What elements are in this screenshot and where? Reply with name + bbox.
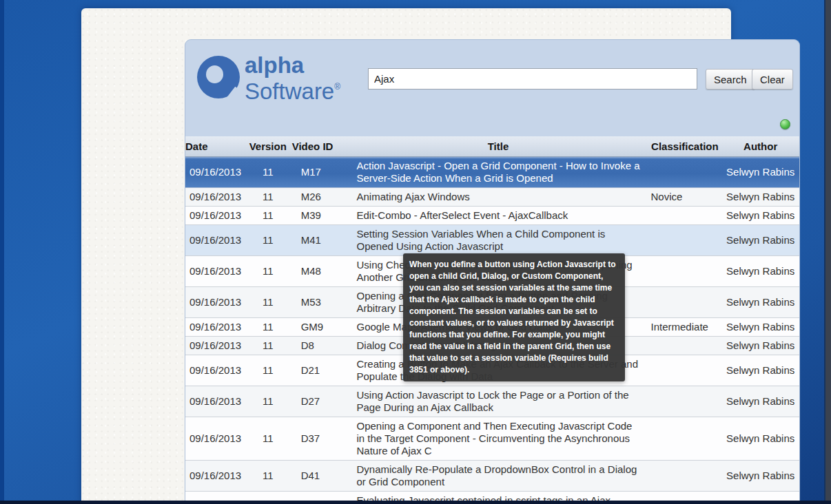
cell-video_id: M53 [292,293,354,311]
alpha-software-logo: alpha Software® [197,54,340,103]
table-row[interactable]: 09/16/201311D37Opening a Component and T… [185,417,799,461]
table-row[interactable]: 09/16/201311D41Dynamically Re-Populate a… [185,461,799,492]
cell-video_id: D37 [292,430,354,448]
logo-word-alpha: alpha [245,54,340,76]
table-row[interactable]: 09/16/201311D27Using Action Javascript t… [185,386,799,417]
cell-title: Setting Session Variables When a Child C… [353,225,648,255]
cell-version: 11 [244,188,292,206]
cell-author: Selwyn Rabins [721,361,799,379]
cell-classification [648,436,722,441]
cell-classification [648,269,722,274]
cell-author: Selwyn Rabins [721,207,799,224]
cell-classification [648,473,722,479]
cell-classification: Novice [648,188,722,206]
cell-author: Selwyn Rabins [721,467,799,485]
cell-classification: Intermediate [648,318,722,336]
cell-author: Selwyn Rabins [721,163,799,181]
cell-date: 09/16/2013 [185,231,244,249]
cell-version: 11 [244,392,292,410]
cell-title: Dynamically Re-Populate a DropdownBox Co… [353,461,648,491]
table-row[interactable]: 09/16/201311M17Action Javascript - Open … [185,157,799,188]
cell-classification [648,213,722,218]
table-row[interactable]: 09/16/201311M41Setting Session Variables… [185,225,799,256]
cell-classification [648,300,722,305]
cell-classification [648,169,722,175]
cell-author: Selwyn Rabins [721,337,799,355]
column-header-classification[interactable]: Classification [648,136,722,157]
cell-video_id: D8 [292,337,354,355]
cell-version: 11 [244,207,292,224]
table-header-row: DateVersionVideo IDTitleClassificationAu… [185,136,799,157]
cell-title: Action Javascript - Open a Grid Componen… [353,157,648,187]
cell-video_id: D27 [292,392,354,410]
cell-date: 09/16/2013 [185,163,244,181]
column-header-video_id[interactable]: Video ID [292,136,354,157]
cell-author: Selwyn Rabins [721,188,799,206]
column-header-date[interactable]: Date [185,136,244,157]
window-left-edge [0,0,4,504]
cell-classification [648,368,722,373]
registered-mark: ® [334,82,340,92]
cell-title: Edit-Combo - AfterSelect Event - AjaxCal… [353,207,648,224]
cell-title: Opening a Component and Then Executing J… [353,417,648,460]
cell-version: 11 [244,337,292,355]
cell-author: Selwyn Rabins [721,293,799,311]
cell-title: Animating Ajax Windows [353,188,648,206]
status-indicator-icon [780,119,790,129]
cell-date: 09/16/2013 [185,430,244,448]
tooltip: When you define a button using Action Ja… [403,253,625,381]
cell-date: 09/16/2013 [185,392,244,410]
app-header: alpha Software® Search Clear [185,40,799,136]
search-button[interactable]: Search [706,69,755,90]
cell-author: Selwyn Rabins [721,430,799,448]
cell-date: 09/16/2013 [185,337,244,355]
cell-version: 11 [244,361,292,379]
cell-version: 11 [244,430,292,448]
cell-version: 11 [244,467,292,485]
column-header-title[interactable]: Title [353,136,648,157]
cell-version: 11 [244,318,292,336]
cell-date: 09/16/2013 [185,293,244,311]
cell-video_id: D21 [292,361,354,379]
cell-date: 09/16/2013 [185,262,244,280]
cell-video_id: M48 [292,262,354,280]
clear-button[interactable]: Clear [752,69,793,90]
window-right-edge [824,0,831,504]
logo-word-software: Software® [245,76,340,103]
cell-video_id: M39 [292,207,354,224]
cell-date: 09/16/2013 [185,188,244,206]
column-header-version[interactable]: Version [244,136,292,157]
cell-video_id: M26 [292,188,354,206]
cell-author: Selwyn Rabins [721,231,799,249]
cell-date: 09/16/2013 [185,361,244,379]
cell-video_id: M41 [292,231,354,249]
cell-author: Selwyn Rabins [721,318,799,336]
search-input[interactable] [368,68,697,90]
cell-author: Selwyn Rabins [721,262,799,280]
table-row[interactable]: 09/16/201311M26Animating Ajax WindowsNov… [185,188,799,207]
cell-video_id: M17 [292,163,354,181]
cell-version: 11 [244,293,292,311]
cell-date: 09/16/2013 [185,467,244,485]
cell-version: 11 [244,163,292,181]
window-bottom-edge [0,501,831,504]
cell-classification [648,238,722,243]
cell-date: 09/16/2013 [185,318,244,336]
alpha-logo-icon [197,56,240,100]
cell-title: Using Action Javascript to Lock the Page… [353,386,648,417]
table-row[interactable]: 09/16/201311M39Edit-Combo - AfterSelect … [185,207,799,225]
cell-video_id: D41 [292,467,354,485]
cell-author: Selwyn Rabins [721,392,799,410]
logo-text: alpha Software® [245,54,340,103]
cell-classification [648,343,722,348]
cell-date: 09/16/2013 [185,207,244,224]
cell-version: 11 [244,231,292,249]
cell-video_id: GM9 [292,318,354,336]
cell-classification [648,399,722,404]
column-header-author[interactable]: Author [721,136,799,157]
cell-version: 11 [244,262,292,280]
